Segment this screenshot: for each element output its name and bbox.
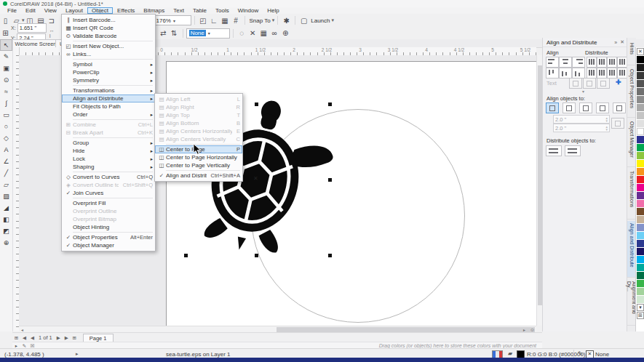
color-swatch[interactable] bbox=[637, 232, 644, 239]
fullscreen-preview-icon[interactable]: ◰ bbox=[198, 17, 209, 25]
selection-handle[interactable] bbox=[328, 178, 332, 182]
first-page-icon[interactable]: ◀ bbox=[20, 335, 28, 341]
menu-item-lock[interactable]: Lock▸ bbox=[62, 155, 155, 163]
prev-page-icon[interactable]: ◀ bbox=[28, 335, 36, 341]
text-tool[interactable]: A bbox=[0, 144, 12, 156]
color-swatch[interactable] bbox=[637, 248, 644, 255]
docker-divider-icon[interactable]: ▾ bbox=[582, 89, 584, 94]
distribute-left-button[interactable] bbox=[587, 57, 597, 68]
menu-item-hide[interactable]: Hide▸ bbox=[62, 147, 155, 155]
paste-icon[interactable]: ⊐ bbox=[47, 17, 57, 25]
page-1-tab[interactable]: Page 1 bbox=[83, 334, 114, 342]
object-properties-icon[interactable]: ▦ bbox=[258, 29, 269, 37]
target-icon[interactable]: ⊕ bbox=[280, 29, 291, 37]
distribute-to-page-button[interactable] bbox=[565, 145, 581, 156]
align-to-page-center-button[interactable] bbox=[579, 102, 592, 113]
align-left-button[interactable] bbox=[546, 57, 559, 68]
color-swatch[interactable] bbox=[637, 96, 644, 103]
align-to-grid-button[interactable] bbox=[596, 102, 609, 113]
menu-item-group[interactable]: Group▸ bbox=[62, 139, 155, 147]
menu-effects[interactable]: Effects bbox=[113, 7, 139, 14]
menu-item-symmetry[interactable]: Symmetry▸ bbox=[62, 76, 155, 84]
no-color-swatch[interactable]: ✕ bbox=[637, 48, 644, 55]
color-swatch[interactable] bbox=[637, 168, 644, 175]
submenu-item-align-and-distribute[interactable]: ✓Align and DistributeCtrl+Shift+A bbox=[155, 172, 242, 180]
transparency-tool[interactable]: ▨ bbox=[0, 190, 12, 202]
distribute-right-button[interactable] bbox=[607, 57, 617, 68]
snap-to-button[interactable]: Snap To bbox=[250, 17, 271, 24]
set-anchor-icon[interactable]: ✚ bbox=[616, 79, 621, 86]
distribute-spacing-h-button[interactable] bbox=[617, 57, 627, 68]
align-center-vertically-button[interactable] bbox=[559, 68, 572, 79]
show-grid-icon[interactable]: ▦ bbox=[220, 17, 231, 25]
color-swatch[interactable] bbox=[637, 240, 644, 247]
shape-tool[interactable]: ✎ bbox=[0, 51, 12, 63]
link-icon[interactable]: ∞ bbox=[269, 29, 280, 37]
color-swatch[interactable] bbox=[637, 296, 644, 303]
tab-welcome-screen[interactable]: ⌂ Welcome Screen bbox=[5, 39, 62, 47]
color-swatch[interactable] bbox=[637, 112, 644, 119]
zoom-level-combo[interactable]: 176%▾ bbox=[154, 15, 191, 25]
color-swatch[interactable] bbox=[637, 88, 644, 95]
zoom-scroll-icon[interactable]: ⊙ bbox=[529, 327, 536, 332]
color-swatch[interactable] bbox=[637, 144, 644, 151]
ellipse-tool[interactable]: ○ bbox=[0, 121, 12, 132]
launch-button[interactable]: Launch bbox=[311, 17, 330, 24]
color-swatch[interactable] bbox=[637, 104, 644, 111]
artistic-media-tool[interactable]: ∫ bbox=[0, 97, 12, 109]
menu-item-object-properties[interactable]: ✓Object PropertiesAlt+Enter bbox=[62, 233, 155, 241]
remove-style-icon[interactable]: ✕ bbox=[247, 29, 258, 37]
menu-item-insert-qr-code[interactable]: ▦Insert QR Code bbox=[62, 24, 155, 32]
distribute-top-button[interactable] bbox=[587, 68, 597, 79]
menu-item-align-and-distribute[interactable]: Align and Distribute▸ bbox=[62, 94, 155, 102]
menu-file[interactable]: File bbox=[3, 7, 21, 14]
last-page-icon[interactable]: ▶ bbox=[63, 335, 71, 341]
color-swatch[interactable] bbox=[637, 272, 644, 279]
menu-view[interactable]: View bbox=[40, 7, 61, 14]
menu-tools[interactable]: Tools bbox=[211, 7, 234, 14]
options-gear-icon[interactable]: ✱ bbox=[281, 17, 292, 25]
menu-item-transformations[interactable]: Transformations▸ bbox=[62, 87, 155, 94]
snap-to-arrow-icon[interactable]: ▾ bbox=[272, 17, 275, 23]
align-bottom-button[interactable] bbox=[572, 68, 585, 79]
menu-item-order[interactable]: Order▸ bbox=[62, 110, 155, 118]
selection-handle[interactable] bbox=[255, 102, 258, 106]
palette-scroll-down-icon[interactable]: ▾ bbox=[637, 304, 644, 311]
color-swatch[interactable] bbox=[637, 56, 644, 63]
zoom-tool[interactable]: ⊙ bbox=[0, 74, 12, 86]
eyedropper-tool[interactable]: ◢ bbox=[0, 202, 12, 214]
color-swatch[interactable] bbox=[637, 208, 644, 215]
add-page-before-icon[interactable]: ⊞ bbox=[12, 335, 20, 341]
scroll-left-icon[interactable]: ◂ bbox=[19, 327, 25, 332]
menu-item-powerclip[interactable]: PowerClip▸ bbox=[62, 68, 155, 76]
rectangle-tool[interactable]: ▭ bbox=[0, 109, 12, 121]
show-guidelines-icon[interactable]: # bbox=[231, 17, 242, 25]
color-swatch[interactable] bbox=[637, 264, 644, 271]
color-swatch[interactable] bbox=[637, 176, 644, 183]
menu-object[interactable]: Object bbox=[87, 7, 113, 14]
connector-tool[interactable]: ╱ bbox=[0, 167, 12, 179]
smart-fill-tool[interactable]: ◩ bbox=[0, 225, 12, 237]
outline-width-combo[interactable]: None▾ bbox=[186, 28, 230, 39]
drop-shadow-tool[interactable]: ▱ bbox=[0, 179, 12, 190]
dimension-tool[interactable]: ∠ bbox=[0, 156, 12, 167]
color-swatch[interactable] bbox=[637, 64, 644, 71]
menu-bitmaps[interactable]: Bitmaps bbox=[139, 7, 169, 14]
menu-edit[interactable]: Edit bbox=[21, 7, 40, 14]
distribute-bottom-button[interactable] bbox=[607, 68, 617, 79]
align-center-horizontally-button[interactable] bbox=[559, 57, 572, 68]
distribute-to-selection-button[interactable] bbox=[546, 145, 562, 156]
new-document-icon[interactable]: ▯ bbox=[0, 17, 11, 25]
color-swatch[interactable] bbox=[637, 152, 644, 159]
selection-handle[interactable] bbox=[328, 254, 332, 257]
color-swatch[interactable] bbox=[637, 128, 644, 135]
distribute-spacing-v-button[interactable] bbox=[617, 68, 627, 79]
show-rulers-icon[interactable]: ∟ bbox=[209, 17, 220, 25]
align-to-page-edge-button[interactable] bbox=[562, 102, 576, 113]
add-tools-button[interactable]: ⊕ bbox=[0, 237, 12, 249]
selection-handle[interactable] bbox=[184, 254, 188, 257]
distribute-center-h-button[interactable] bbox=[597, 57, 607, 68]
selection-center-mark[interactable]: ✕ bbox=[253, 175, 258, 182]
menu-item-insert-new-object[interactable]: ◰Insert New Object... bbox=[62, 42, 155, 50]
scroll-right-icon[interactable]: ▸ bbox=[521, 327, 528, 332]
